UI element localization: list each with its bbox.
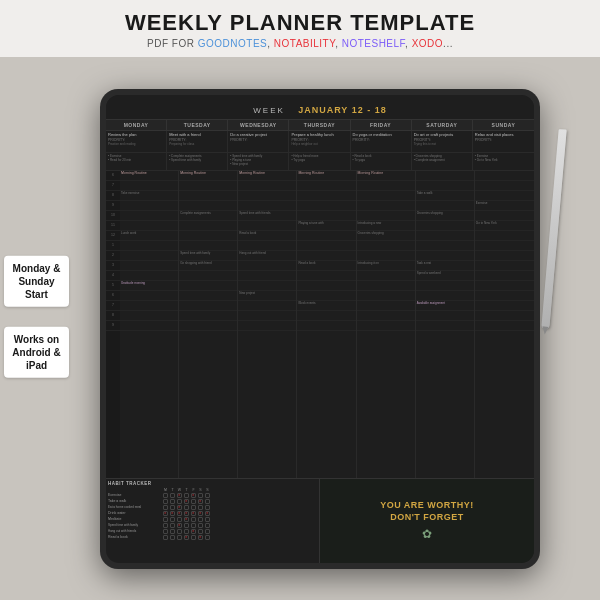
planner-bottom: HABIT TRACKER M T W T F S S Exercise <box>106 478 534 563</box>
task-wed: Do a creative project PRIORITY: <box>228 131 289 152</box>
time-col-wed: Morning Routine Spend time with friends … <box>238 171 297 478</box>
side-labels: Monday & Sunday Start Works on Android &… <box>4 255 69 377</box>
tablet-screen: WEEK JANUARY 12 - 18 MONDAY TUESDAY WEDN… <box>106 95 534 563</box>
habit-row: Hang out with friends ✕ <box>108 529 317 534</box>
day-thu: THURSDAY <box>289 120 350 130</box>
habit-row: Meditate ✕ <box>108 517 317 522</box>
habit-row: Take a walk ✕ ✕ <box>108 499 317 504</box>
tablet: WEEK JANUARY 12 - 18 MONDAY TUESDAY WEDN… <box>100 89 540 569</box>
day-wed: WEDNESDAY <box>228 120 289 130</box>
task-row-2: • Exercise • Read for 20 min • Complete … <box>106 153 534 171</box>
time-col-sun: Exercise Go to New York <box>475 171 534 478</box>
time-grid: 6 7 8 9 10 11 12 1 2 3 4 5 6 7 8 9 <box>106 171 534 478</box>
app4-label: XODO <box>412 38 443 49</box>
date-range: JANUARY 12 - 18 <box>298 105 387 115</box>
day-sun: SUNDAY <box>473 120 534 130</box>
top-header: WEEKLY PLANNER TEMPLATE PDF FOR GOODNOTE… <box>0 0 600 57</box>
days-header: MONDAY TUESDAY WEDNESDAY THURSDAY FRIDAY… <box>106 120 534 131</box>
time-labels: 6 7 8 9 10 11 12 1 2 3 4 5 6 7 8 9 <box>106 171 120 478</box>
day-sat: SATURDAY <box>412 120 473 130</box>
task-sun: Relax and visit places PRIORITY: <box>473 131 534 152</box>
stylus <box>541 129 566 329</box>
stylus-tip <box>542 326 549 334</box>
flower-icon: ✿ <box>422 527 432 541</box>
subtitle: PDF FOR GOODNOTES, NOTABILITY, NOTESHELF… <box>20 38 580 49</box>
time-columns: Morning Routine Take exercise Lunch work… <box>120 171 534 478</box>
planner-header: WEEK JANUARY 12 - 18 <box>106 95 534 120</box>
day-tue: TUESDAY <box>167 120 228 130</box>
task-row-main: Review the plan PRIORITY: Practice and r… <box>106 131 534 153</box>
day-mon: MONDAY <box>106 120 167 130</box>
task-fri: Do yoga or meditation PRIORITY: <box>351 131 412 152</box>
motivational-line1: YOU ARE WORTHY! <box>380 500 474 512</box>
time-col-mon: Morning Routine Take exercise Lunch work… <box>120 171 179 478</box>
habit-row: Exercise ✕ ✕ <box>108 493 317 498</box>
time-col-sat: Take a walk Groceries shopping Task a re… <box>416 171 475 478</box>
app2-label: NOTABILITY <box>274 38 335 49</box>
time-col-fri: Morning Routine Introducing a new Grocer… <box>357 171 416 478</box>
day-fri: FRIDAY <box>351 120 412 130</box>
app3-label: NOTESHELF <box>342 38 405 49</box>
task-thu: Prepare a healthy lunch PRIORITY: Help a… <box>289 131 350 152</box>
habit-day-headers: M T W T F S S <box>163 488 317 492</box>
habit-row: Read a book ✕ ✕ <box>108 535 317 540</box>
time-col-tue: Morning Routine Complete assignments Spe… <box>179 171 238 478</box>
main-content: Monday & Sunday Start Works on Android &… <box>0 57 600 600</box>
habit-row: Spend time with family ✕ <box>108 523 317 528</box>
task-tue: Meet with a friend PRIORITY: Preparing f… <box>167 131 228 152</box>
habit-row: Eat a home cooked meal ✕ <box>108 505 317 510</box>
week-label: WEEK <box>253 106 285 115</box>
notes-section: YOU ARE WORTHY! DON'T FORGET ✿ <box>320 479 534 563</box>
task-sat: Do art or craft projects PRIORITY: Tryin… <box>412 131 473 152</box>
habit-tracker-title: HABIT TRACKER <box>108 481 317 486</box>
time-col-thu: Morning Routine Playing a tune with Read… <box>297 171 356 478</box>
side-label-1: Monday & Sunday Start <box>4 255 69 306</box>
main-title: WEEKLY PLANNER TEMPLATE <box>20 10 580 36</box>
app1-label: GOODNOTES <box>198 38 268 49</box>
habit-tracker: HABIT TRACKER M T W T F S S Exercise <box>106 479 320 563</box>
side-label-2: Works on Android & iPad <box>4 326 69 377</box>
task-mon: Review the plan PRIORITY: Practice and r… <box>106 131 167 152</box>
motivational-line2: DON'T FORGET <box>390 512 464 524</box>
habit-row: Drink water ✕ ✕ ✕ ✕ ✕ ✕ ✕ <box>108 511 317 516</box>
